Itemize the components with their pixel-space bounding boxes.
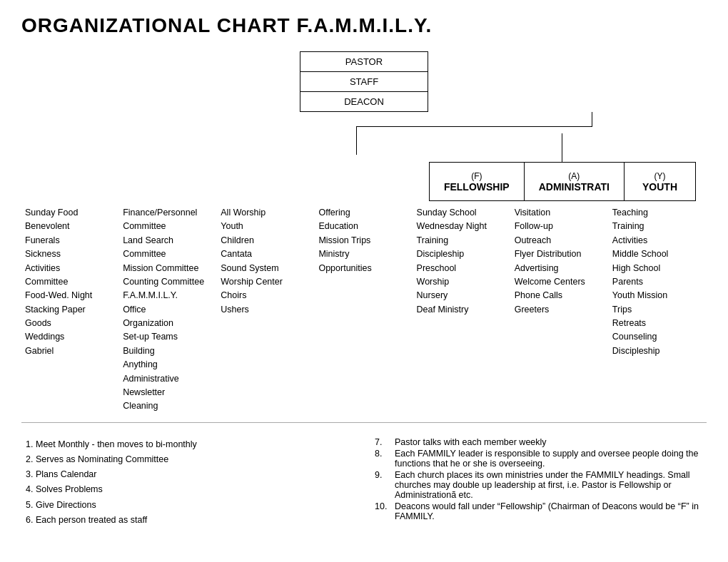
- col4-item-3: Mission Trips: [318, 234, 409, 247]
- col3-item-8: Ushers: [221, 303, 311, 317]
- notes-left-list: Meet Monthly - then moves to bi-monthly …: [21, 437, 353, 528]
- col5-item-6: Worship: [417, 275, 507, 289]
- youth-box: (Y) YOUTH: [625, 162, 696, 201]
- note-left-6: Each person treated as staff: [36, 513, 353, 528]
- deacon-box: DEACON: [300, 91, 428, 112]
- note-right-8: 8. Each FAMMILY leader is responsible to…: [375, 449, 707, 469]
- col7-item-7: Youth Mission: [612, 289, 703, 302]
- top-boxes: PASTOR STAFF DEACON: [300, 51, 428, 112]
- col2-item-1: Finance/Personnel: [123, 206, 213, 220]
- col6-item-4: Flyer Distribution: [515, 247, 605, 261]
- note-left-1: Meet Monthly - then moves to bi-monthly: [36, 437, 353, 452]
- col3-item-7: Choirs: [221, 289, 311, 302]
- note-right-10: 10. Deacons would fall under “Fellowship…: [375, 501, 707, 521]
- col1-item-9: Goods: [25, 317, 116, 330]
- col1-item-4: Sickness: [25, 247, 116, 261]
- notes-section: Meet Monthly - then moves to bi-monthly …: [21, 437, 707, 528]
- col6-item-7: Phone Calls: [515, 289, 605, 302]
- page-title: ORGANIZATIONAL CHART F.A.M.M.I.L.Y.: [21, 14, 707, 37]
- col6-item-6: Welcome Centers: [515, 275, 605, 289]
- col4-item-1: Offering: [318, 206, 409, 220]
- col7-item-9: Retreats: [612, 317, 703, 330]
- col2-item-14: Cleaning: [123, 399, 213, 413]
- col3-item-5: Sound System: [221, 262, 311, 275]
- col7-item-3: Activities: [612, 234, 703, 247]
- note-left-2: Serves as Nominating Committee: [36, 452, 353, 467]
- col5-item-4: Discipleship: [417, 247, 507, 261]
- col7-item-11: Discipleship: [612, 344, 703, 358]
- col2-item-11: Building: [123, 344, 213, 358]
- col2-item-4: Committee: [123, 247, 213, 261]
- notes-right: 7. Pastor talks with each member weekly …: [375, 437, 707, 528]
- col1-item-8: Stacking Paper: [25, 303, 116, 317]
- columns-section: Sunday Food Benevolent Funerals Sickness…: [21, 205, 707, 415]
- col4: Offering Education Mission Trips Ministr…: [315, 205, 413, 415]
- col1: Sunday Food Benevolent Funerals Sickness…: [21, 205, 119, 415]
- col2: Finance/Personnel Committee Land Search …: [119, 205, 217, 415]
- col6: Visitation Follow-up Outreach Flyer Dist…: [511, 205, 609, 415]
- fellowship-box: (F) FELLOWSHIP: [429, 162, 525, 201]
- col6-item-3: Outreach: [515, 234, 605, 247]
- note-right-7: 7. Pastor talks with each member weekly: [375, 437, 707, 447]
- col7-item-1: Teaching: [612, 206, 703, 220]
- col3-item-6: Worship Center: [221, 275, 311, 289]
- col4-item-4: Ministry: [318, 247, 409, 261]
- col1-item-7: Food-Wed. Night: [25, 289, 116, 302]
- col7-item-4: Middle School: [612, 247, 703, 261]
- col4-item-5: Opportunities: [318, 262, 409, 275]
- col1-item-2: Benevolent: [25, 220, 116, 233]
- col2-item-12: Anything Administrative: [123, 358, 213, 386]
- staff-box: STAFF: [300, 71, 428, 91]
- divider: [21, 422, 707, 423]
- col2-item-9: Organization: [123, 317, 213, 330]
- col1-item-1: Sunday Food: [25, 206, 116, 220]
- col1-item-6: Committee: [25, 275, 116, 289]
- col2-item-8: Office: [123, 303, 213, 317]
- col7: Teaching Training Activities Middle Scho…: [609, 205, 707, 415]
- col3-item-3: Children: [221, 234, 311, 247]
- col3-item-4: Cantata: [221, 247, 311, 261]
- col2-item-5: Mission Committee: [123, 262, 213, 275]
- col7-item-5: High School: [612, 262, 703, 275]
- note-left-4: Solves Problems: [36, 482, 353, 497]
- administration-box: (A) ADMINISTRATI: [525, 162, 625, 201]
- col5-item-1: Sunday School: [417, 206, 507, 220]
- col7-item-2: Training: [612, 220, 703, 233]
- pastor-box: PASTOR: [300, 51, 428, 71]
- col5-item-8: Deaf Ministry: [417, 303, 507, 317]
- col1-item-5: Activities: [25, 262, 116, 275]
- col3-item-1: All Worship: [221, 206, 311, 220]
- col7-item-6: Parents: [612, 275, 703, 289]
- note-right-9: 9. Each church places its own ministries…: [375, 470, 707, 500]
- col2-item-6: Counting Committee: [123, 275, 213, 289]
- col5-item-7: Nursery: [417, 289, 507, 302]
- col2-item-10: Set-up Teams: [123, 330, 213, 344]
- col1-item-10: Weddings: [25, 330, 116, 344]
- col2-item-3: Land Search: [123, 234, 213, 247]
- col2-item-7: F.A.M.M.I.L.Y.: [123, 289, 213, 302]
- col6-item-2: Follow-up: [515, 220, 605, 233]
- col6-item-8: Greeters: [515, 303, 605, 317]
- col5-item-2: Wednesday Night: [417, 220, 507, 233]
- col5-item-5: Preschool: [417, 262, 507, 275]
- col2-item-2: Committee: [123, 220, 213, 233]
- col3-item-2: Youth: [221, 220, 311, 233]
- col5-item-3: Training: [417, 234, 507, 247]
- col6-item-5: Advertising: [515, 262, 605, 275]
- note-left-3: Plans Calendar: [36, 467, 353, 482]
- note-left-5: Give Directions: [36, 498, 353, 513]
- col7-item-8: Trips: [612, 303, 703, 317]
- notes-left: Meet Monthly - then moves to bi-monthly …: [21, 437, 353, 528]
- col1-item-3: Funerals: [25, 234, 116, 247]
- col7-item-10: Counseling: [612, 330, 703, 344]
- col6-item-1: Visitation: [515, 206, 605, 220]
- col5: Sunday School Wednesday Night Training D…: [413, 205, 511, 415]
- col4-item-2: Education: [318, 220, 409, 233]
- col1-item-11: Gabriel: [25, 344, 116, 358]
- col3: All Worship Youth Children Cantata Sound…: [217, 205, 315, 415]
- col2-item-13: Newsletter: [123, 386, 213, 399]
